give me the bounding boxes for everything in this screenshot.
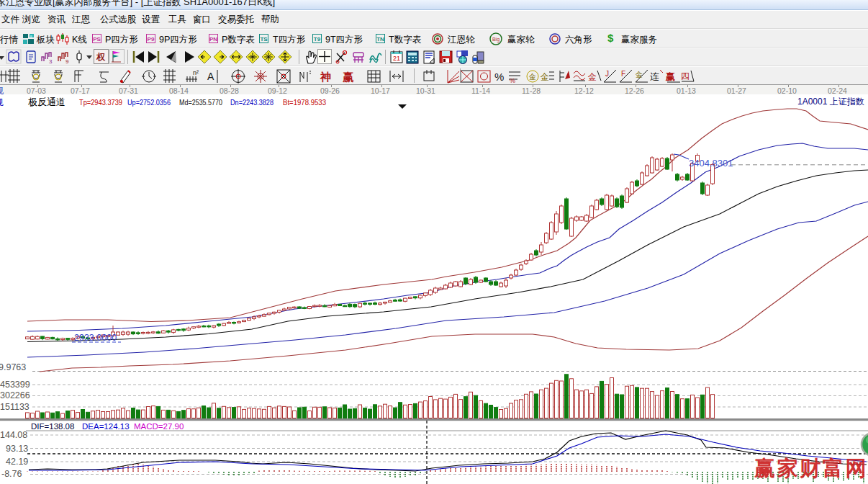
svg-text:302266: 302266 [0,390,30,400]
svg-text:144.08: 144.08 [0,430,27,440]
svg-text:2933.0000: 2933.0000 [74,333,117,343]
svg-text:42.19: 42.19 [6,457,28,467]
svg-text:DIF=138.08: DIF=138.08 [31,422,74,431]
svg-text:金: 金 [635,71,643,79]
svg-text:赢: 赢 [342,71,354,83]
svg-text:%: % [510,77,515,84]
svg-text:21: 21 [393,55,400,62]
svg-text:连: 连 [650,71,659,82]
svg-text:3: 3 [49,58,53,65]
svg-text:Tp=2943.3739: Tp=2943.3739 [79,98,122,107]
svg-text:神: 神 [320,71,331,83]
svg-text:Md=2535.5770: Md=2535.5770 [179,98,222,107]
svg-text:9.9763: 9.9763 [0,362,26,372]
svg-text:9: 9 [65,58,69,65]
svg-text:-8.76: -8.76 [1,469,22,479]
svg-text:J: J [605,70,609,78]
svg-text:A: A [207,71,214,82]
svg-text:四: 四 [681,71,690,81]
svg-text:规: 规 [0,97,4,107]
svg-text:金: 金 [528,73,536,81]
svg-text:1A0001 上证指数: 1A0001 上证指数 [797,97,864,107]
svg-text:n²: n² [193,69,199,76]
svg-text:权: 权 [96,52,106,62]
svg-text:Big: Big [492,37,499,42]
svg-text:Bt=1978.9533: Bt=1978.9533 [283,98,326,107]
svg-text:%: % [494,71,504,83]
svg-text:F: F [621,70,625,78]
svg-text:DEA=124.13: DEA=124.13 [82,422,130,431]
svg-text:赢: 赢 [665,71,675,82]
svg-text:金: 金 [540,72,549,82]
svg-text:453399: 453399 [0,380,30,390]
svg-text:151133: 151133 [0,402,30,412]
svg-text:3404.8301: 3404.8301 [689,158,733,169]
svg-text:Up=2752.0356: Up=2752.0356 [127,98,171,107]
svg-text:Dn=2243.3828: Dn=2243.3828 [230,98,273,107]
svg-text:MACD=27.90: MACD=27.90 [134,422,184,431]
svg-text:极反通道: 极反通道 [28,97,65,107]
svg-text:赢家财富网: 赢家财富网 [754,457,868,480]
svg-text:93.13: 93.13 [6,444,28,454]
svg-text:金: 金 [587,72,597,82]
